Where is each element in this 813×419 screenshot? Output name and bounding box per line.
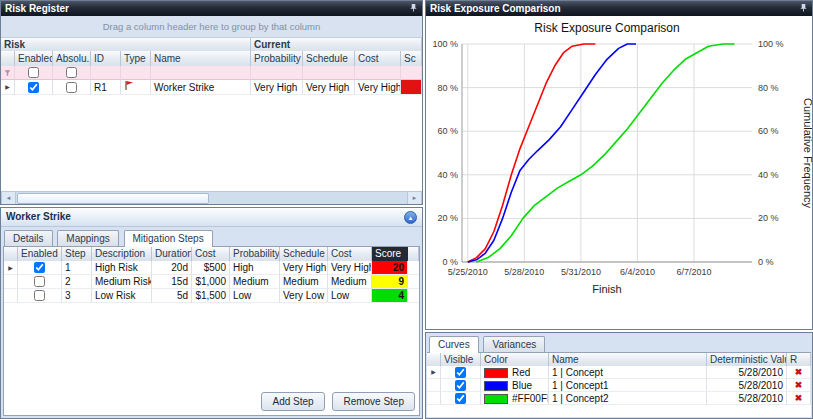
cost-cell[interactable]: Very High — [355, 80, 401, 95]
score-cell[interactable]: 4 — [372, 289, 408, 303]
row-selector[interactable] — [4, 289, 18, 303]
filter-type-cell[interactable] — [121, 66, 151, 80]
name-cell[interactable]: Worker Strike — [151, 80, 251, 95]
schedule-cell[interactable]: Medium — [280, 275, 328, 289]
cost2-cell[interactable]: Very High — [328, 261, 372, 275]
deterministic-value-cell[interactable]: 5/28/2010 — [707, 366, 787, 379]
group-by-hint[interactable]: Drag a column header here to group by th… — [1, 16, 422, 38]
type-cell[interactable] — [121, 80, 151, 95]
col-r[interactable]: R — [787, 353, 811, 366]
tab-variances[interactable]: Variances — [483, 336, 545, 352]
col-cost[interactable]: Cost — [192, 247, 230, 261]
description-cell[interactable]: High Risk — [92, 261, 152, 275]
duration-cell[interactable]: 5d — [152, 289, 192, 303]
filter-absolute-cell[interactable] — [53, 66, 91, 80]
cost2-cell[interactable]: Low — [328, 289, 372, 303]
filter-name-cell[interactable] — [151, 66, 251, 80]
filter-schedule-cell[interactable] — [303, 66, 355, 80]
score-cell[interactable]: 9 — [372, 275, 408, 289]
register-row-r1[interactable]: ▶ R1 Worker Strike Very High Very High V… — [1, 80, 422, 95]
cost-cell[interactable]: $1,000 — [192, 275, 230, 289]
step-enabled-checkbox[interactable] — [34, 290, 45, 301]
scrollbar-thumb[interactable] — [17, 193, 209, 204]
filter-cost-cell[interactable] — [355, 66, 401, 80]
collapse-button[interactable]: ▲ — [404, 211, 417, 224]
curve-row-blue[interactable]: Blue 1 | Concept1 5/28/2010 ✖ — [427, 379, 811, 392]
col-color[interactable]: Color — [481, 353, 549, 366]
remove-step-button[interactable]: Remove Step — [332, 392, 415, 411]
color-cell[interactable]: Red — [481, 366, 549, 379]
duration-cell[interactable]: 20d — [152, 261, 192, 275]
col-description[interactable]: Description — [92, 247, 152, 261]
filter-enabled-cell[interactable] — [15, 66, 53, 80]
duration-cell[interactable]: 15d — [152, 275, 192, 289]
probability-cell[interactable]: Very High — [251, 80, 303, 95]
row-selector[interactable] — [427, 379, 441, 392]
schedule-cell[interactable]: Very High — [303, 80, 355, 95]
row-selector[interactable]: ▶ — [4, 261, 18, 275]
col-name[interactable]: Name — [549, 353, 707, 366]
description-cell[interactable]: Low Risk — [92, 289, 152, 303]
probability-cell[interactable]: Low — [230, 289, 280, 303]
deterministic-value-cell[interactable]: 5/28/2010 — [707, 392, 787, 405]
probability-cell[interactable]: High — [230, 261, 280, 275]
mitigation-row-3[interactable]: 3 Low Risk 5d $1,500 Low Very Low Low 4 — [4, 289, 419, 303]
visible-cell[interactable] — [441, 366, 481, 379]
schedule-cell[interactable]: Very Low — [280, 289, 328, 303]
row-selector[interactable] — [4, 275, 18, 289]
col-enabled[interactable]: Enabled — [18, 247, 62, 261]
row-selector[interactable]: ▶ — [427, 366, 441, 379]
enabled-checkbox[interactable] — [28, 82, 39, 93]
visible-checkbox[interactable] — [455, 393, 466, 404]
col-cost2[interactable]: Cost — [328, 247, 372, 261]
step-cell[interactable]: 2 — [62, 275, 92, 289]
tab-details[interactable]: Details — [4, 230, 53, 246]
pin-icon[interactable] — [799, 1, 808, 16]
col-id[interactable]: ID — [91, 51, 121, 66]
visible-checkbox[interactable] — [455, 367, 466, 378]
col-step[interactable]: Step — [62, 247, 92, 261]
absolute-checkbox[interactable] — [66, 82, 77, 93]
step-cell[interactable]: 1 — [62, 261, 92, 275]
filter-absolute-checkbox[interactable] — [66, 67, 77, 78]
mitigation-row-1[interactable]: ▶ 1 High Risk 20d $500 High Very High Ve… — [4, 261, 419, 275]
step-cell[interactable]: 3 — [62, 289, 92, 303]
id-cell[interactable]: R1 — [91, 80, 121, 95]
curve-name-cell[interactable]: 1 | Concept2 — [549, 392, 707, 405]
score-cell[interactable]: 20 — [372, 261, 408, 275]
col-deterministic-value[interactable]: Deterministic Value — [707, 353, 787, 366]
visible-checkbox[interactable] — [455, 380, 466, 391]
enabled-cell[interactable] — [18, 261, 62, 275]
probability-cell[interactable]: Medium — [230, 275, 280, 289]
curve-row-green[interactable]: #FF00FF00 1 | Concept2 5/28/2010 ✖ — [427, 392, 811, 405]
col-enabled[interactable]: Enabled — [15, 51, 53, 66]
color-cell[interactable]: #FF00FF00 — [481, 392, 549, 405]
col-probability[interactable]: Probability — [230, 247, 280, 261]
color-cell[interactable]: Blue — [481, 379, 549, 392]
delete-curve-icon[interactable]: ✖ — [787, 366, 811, 379]
filter-enabled-checkbox[interactable] — [28, 67, 39, 78]
enabled-cell[interactable] — [18, 275, 62, 289]
band-risk[interactable]: Risk — [1, 38, 251, 51]
delete-curve-icon[interactable]: ✖ — [787, 392, 811, 405]
score-cell[interactable] — [401, 80, 422, 95]
band-current[interactable]: Current — [251, 38, 422, 51]
col-score[interactable]: Sc — [401, 51, 422, 66]
step-enabled-checkbox[interactable] — [34, 276, 45, 287]
curve-row-red[interactable]: ▶ Red 1 | Concept 5/28/2010 ✖ — [427, 366, 811, 379]
enabled-cell[interactable] — [15, 80, 53, 95]
delete-curve-icon[interactable]: ✖ — [787, 379, 811, 392]
add-step-button[interactable]: Add Step — [261, 392, 324, 411]
row-selector[interactable] — [427, 392, 441, 405]
visible-cell[interactable] — [441, 379, 481, 392]
scroll-right-button[interactable]: ► — [407, 192, 422, 204]
scrollbar-track[interactable] — [16, 192, 407, 204]
col-duration[interactable]: Duration — [152, 247, 192, 261]
col-absolute[interactable]: Absolu... — [53, 51, 91, 66]
step-enabled-checkbox[interactable] — [34, 262, 45, 273]
cost-cell[interactable]: $1,500 — [192, 289, 230, 303]
register-horizontal-scrollbar[interactable]: ◄ ► — [1, 191, 422, 204]
row-selector[interactable]: ▶ — [1, 80, 15, 95]
col-probability[interactable]: Probability — [251, 51, 303, 66]
visible-cell[interactable] — [441, 392, 481, 405]
